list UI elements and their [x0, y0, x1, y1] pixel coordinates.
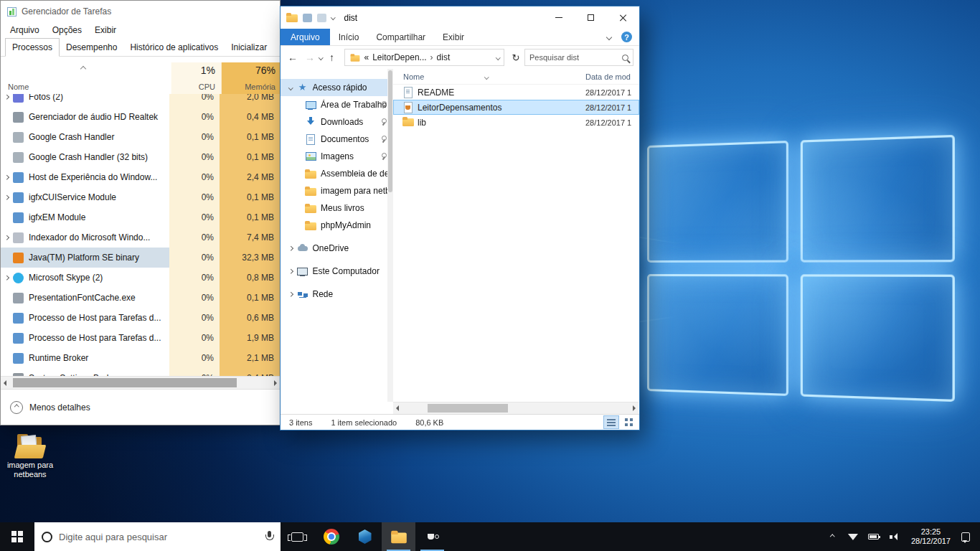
taskbar-clock[interactable]: 23:25 28/12/2017 — [910, 527, 952, 546]
nav-item-onedrive[interactable]: OneDrive — [281, 240, 393, 257]
close-button[interactable] — [607, 6, 639, 29]
menu-opcoes[interactable]: Opções — [46, 24, 88, 37]
less-details-button[interactable]: Menos detalhes — [29, 402, 90, 413]
refresh-button[interactable]: ↻ — [509, 52, 523, 63]
help-icon[interactable]: ? — [621, 32, 632, 42]
scroll-right-arrow-icon[interactable] — [274, 380, 277, 386]
column-header-nome[interactable]: Nome — [1, 62, 171, 94]
details-view-button[interactable] — [603, 415, 619, 429]
back-button[interactable]: ← — [285, 52, 301, 63]
nav-item-este-computador[interactable]: Este Computador — [281, 263, 393, 280]
expand-chevron-icon[interactable] — [288, 269, 293, 273]
nav-pane-scrollbar[interactable] — [387, 69, 393, 402]
process-row[interactable]: Fotos (2) 0% 2,0 MB — [1, 94, 280, 107]
qat-dropdown-icon[interactable] — [331, 15, 335, 19]
microphone-icon[interactable] — [265, 531, 273, 542]
process-row[interactable]: igfxEM Module 0% 0,1 MB — [1, 207, 280, 227]
ribbon-expand-icon[interactable] — [606, 34, 612, 39]
file-list-horizontal-scrollbar[interactable] — [393, 402, 639, 414]
horizontal-scrollbar[interactable] — [1, 376, 280, 389]
nav-item-meus-livros[interactable]: Meus livros — [281, 199, 393, 217]
process-row[interactable]: Runtime Broker 0% 2,1 MB — [1, 348, 280, 368]
taskbar-app-file-explorer[interactable] — [382, 522, 415, 551]
ribbon-tab-compartilhar[interactable]: Compartilhar — [367, 29, 434, 45]
file-row-leitordepensamentos-selected[interactable]: LeitorDepensamentos 28/12/2017 1 — [393, 100, 639, 115]
nav-item-imagens[interactable]: Imagens — [281, 148, 393, 165]
menu-exibir[interactable]: Exibir — [88, 24, 123, 37]
nav-item-documentos[interactable]: Documentos — [281, 131, 393, 148]
breadcrumb-current[interactable]: dist — [437, 52, 451, 62]
action-center-button[interactable] — [961, 531, 973, 542]
scrollbar-thumb[interactable] — [388, 70, 392, 192]
volume-tray-icon[interactable] — [889, 531, 900, 542]
process-row-selected[interactable]: Java(TM) Platform SE binary 0% 32,3 MB — [1, 248, 280, 268]
process-row[interactable]: PresentationFontCache.exe 0% 0,1 MB — [1, 288, 280, 308]
process-row[interactable]: Processo de Host para Tarefas d... 0% 0,… — [1, 308, 280, 328]
nav-item-rede[interactable]: Rede — [281, 286, 393, 303]
process-row[interactable]: igfxCUIService Module 0% 0,1 MB — [1, 187, 280, 207]
tab-desempenho[interactable]: Desempenho — [60, 39, 123, 56]
expand-chevron-icon[interactable] — [288, 246, 293, 250]
file-row-readme[interactable]: README 28/12/2017 1 — [393, 85, 639, 100]
breadcrumb-parent[interactable]: LeitorDepen... — [372, 52, 426, 62]
menu-arquivo[interactable]: Arquivo — [4, 24, 46, 37]
scroll-left-arrow-icon[interactable] — [396, 405, 399, 411]
expand-chevron-icon[interactable] — [1, 236, 13, 240]
up-button[interactable]: ↑ — [324, 52, 340, 63]
process-row[interactable]: Google Crash Handler 0% 0,1 MB — [1, 127, 280, 147]
scroll-right-arrow-icon[interactable] — [633, 405, 636, 411]
task-view-button[interactable] — [281, 522, 314, 551]
column-header-cpu[interactable]: 1% CPU — [171, 62, 221, 94]
explorer-search-input[interactable] — [529, 53, 619, 62]
ribbon-tab-exibir[interactable]: Exibir — [434, 29, 473, 45]
ribbon-tab-arquivo[interactable]: Arquivo — [281, 29, 330, 45]
taskbar-search-box[interactable] — [34, 522, 281, 551]
tab-processos[interactable]: Processos — [5, 38, 60, 57]
start-button[interactable] — [0, 522, 34, 551]
scrollbar-thumb[interactable] — [428, 404, 508, 413]
expand-chevron-icon[interactable] — [288, 85, 293, 90]
column-header-nome[interactable]: Nome — [403, 72, 424, 81]
expand-chevron-icon[interactable] — [1, 276, 13, 280]
column-header-memoria[interactable]: 76% Memória — [221, 62, 281, 94]
taskbar-app-java[interactable] — [415, 522, 449, 551]
nav-item-downloads[interactable]: Downloads — [281, 113, 393, 131]
task-manager-titlebar[interactable]: Gerenciador de Tarefas — [1, 1, 280, 22]
forward-button[interactable]: → — [302, 52, 318, 63]
hidden-icons-button[interactable] — [826, 531, 838, 542]
tab-historico-de-aplicativos[interactable]: Histórico de aplicativos — [123, 39, 225, 56]
process-row[interactable]: Microsoft Skype (2) 0% 0,8 MB — [1, 268, 280, 288]
explorer-system-icon[interactable] — [286, 13, 298, 22]
process-row[interactable]: Processo de Host para Tarefas d... 0% 1,… — [1, 328, 280, 348]
address-dropdown-icon[interactable] — [496, 55, 500, 60]
breadcrumb-overflow[interactable]: « — [364, 52, 369, 62]
network-tray-icon[interactable] — [847, 531, 859, 542]
process-row[interactable]: System Settings Broker 0% 2,4 MB — [1, 368, 280, 376]
nav-item-area-de-trabalho[interactable]: Área de Trabalho — [281, 96, 393, 113]
process-row[interactable]: Host de Experiência do Window... 0% 2,4 … — [1, 167, 280, 187]
recent-locations-icon[interactable] — [319, 55, 323, 60]
desktop-icon-imagem-para-netbeans[interactable]: imagem para netbeans — [3, 433, 57, 479]
maximize-button[interactable] — [575, 6, 607, 29]
taskbar-app-netbeans[interactable] — [348, 522, 382, 551]
column-header-data-de-modificacao[interactable]: Data de mod — [585, 72, 631, 81]
taskbar-app-chrome[interactable] — [314, 522, 348, 551]
scrollbar-thumb[interactable] — [13, 378, 237, 387]
nav-item-phpmyadmin[interactable]: phpMyAdmin — [281, 217, 393, 234]
qat-new-folder-icon[interactable] — [317, 14, 326, 22]
battery-tray-icon[interactable] — [868, 531, 880, 542]
taskbar-search-input[interactable] — [59, 532, 258, 542]
thumbnails-view-button[interactable] — [621, 415, 636, 429]
minimize-button[interactable] — [542, 6, 575, 29]
expand-chevron-icon[interactable] — [1, 176, 13, 179]
nav-item-acesso-rapido[interactable]: ★ Acesso rápido — [281, 79, 393, 96]
explorer-search-box[interactable] — [524, 49, 633, 66]
process-row[interactable]: Google Crash Handler (32 bits) 0% 0,1 MB — [1, 147, 280, 167]
column-sort-dropdown-icon[interactable] — [484, 75, 489, 79]
process-row[interactable]: Gerenciador de áudio HD Realtek 0% 0,4 M… — [1, 107, 280, 127]
nav-item-assembleia-de-deus[interactable]: Assembleia de deus — [281, 165, 393, 182]
nav-item-imagem-para-netbeans[interactable]: imagem para netbeans — [281, 182, 393, 199]
expand-chevron-icon[interactable] — [1, 196, 13, 199]
ribbon-tab-inicio[interactable]: Início — [330, 29, 368, 45]
expand-chevron-icon[interactable] — [1, 95, 13, 99]
